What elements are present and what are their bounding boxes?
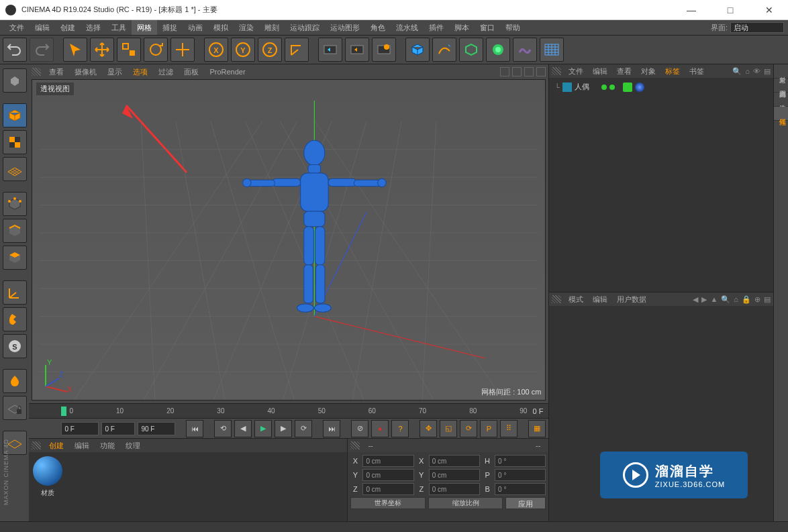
- obj-tab-edit[interactable]: 编辑: [588, 66, 612, 76]
- obj-tab-view[interactable]: 查看: [612, 66, 636, 76]
- menu-script[interactable]: 脚本: [449, 20, 475, 35]
- environment-button[interactable]: [513, 38, 537, 62]
- search-icon[interactable]: 🔍: [721, 295, 730, 304]
- mat-tab-texture[interactable]: 纹理: [120, 441, 146, 451]
- goto-end-button[interactable]: ⏭: [323, 420, 340, 437]
- points-mode-button[interactable]: [3, 192, 27, 216]
- render-picture-button[interactable]: [345, 38, 369, 62]
- menu-character[interactable]: 角色: [365, 20, 391, 35]
- attr-tab-userdata[interactable]: 用户数据: [612, 295, 651, 305]
- new-icon[interactable]: ⊕: [754, 295, 760, 304]
- vp-nav-icon-2[interactable]: [512, 67, 522, 76]
- key-position-button[interactable]: ✥: [420, 420, 437, 437]
- vp-menu-prorender[interactable]: ProRender: [204, 64, 250, 79]
- attr-tab-edit[interactable]: 编辑: [588, 295, 612, 305]
- coord-y-size[interactable]: 0 cm: [429, 469, 480, 481]
- rotate-button[interactable]: [144, 38, 168, 62]
- viewport-solo-button[interactable]: [3, 369, 27, 393]
- right-tab-attributes[interactable]: 属性: [774, 107, 788, 121]
- prev-frame-button[interactable]: ◀: [234, 420, 252, 437]
- object-item-figure[interactable]: └ 人偶: [552, 81, 771, 93]
- x-axis-button[interactable]: X: [204, 38, 228, 62]
- menu-tools[interactable]: 工具: [106, 20, 132, 35]
- play-button[interactable]: ▶: [254, 420, 272, 437]
- key-scale-button[interactable]: ◱: [440, 420, 457, 437]
- vp-menu-camera[interactable]: 摄像机: [69, 64, 102, 79]
- undo-button[interactable]: [3, 38, 27, 62]
- menu-help[interactable]: 帮助: [500, 20, 526, 35]
- lock-icon[interactable]: 🔒: [742, 295, 751, 304]
- recent-tool-button[interactable]: [170, 38, 195, 62]
- coord-x-size[interactable]: 0 cm: [429, 455, 480, 467]
- vp-nav-icon-3[interactable]: [524, 67, 534, 76]
- tweak-mode-button[interactable]: [3, 307, 27, 331]
- right-tab-content[interactable]: 内容浏览器: [774, 78, 788, 93]
- axis-mode-button[interactable]: [3, 280, 27, 305]
- obj-tab-objects[interactable]: 对象: [636, 66, 660, 76]
- menu-mesh[interactable]: 网格: [132, 20, 157, 35]
- generator-button[interactable]: [459, 38, 483, 62]
- menu-plugins[interactable]: 插件: [424, 20, 449, 35]
- minimize-button[interactable]: —: [678, 5, 705, 15]
- coord-p-rot[interactable]: 0 °: [495, 469, 546, 481]
- coord-x-pos[interactable]: 0 cm: [362, 455, 413, 467]
- vp-menu-filter[interactable]: 过滤: [153, 64, 179, 79]
- menu-render[interactable]: 渲染: [234, 20, 259, 35]
- animation-layout-button[interactable]: ▦: [528, 420, 546, 437]
- menu-icon[interactable]: ▤: [764, 67, 771, 76]
- z-axis-button[interactable]: Z: [258, 38, 282, 62]
- goto-start-button[interactable]: ⏮: [186, 420, 203, 437]
- home-icon[interactable]: ⌂: [745, 67, 750, 76]
- nav-back-icon[interactable]: ◀: [693, 295, 698, 304]
- menu-pipeline[interactable]: 流水线: [391, 20, 424, 35]
- obj-tab-file[interactable]: 文件: [564, 66, 588, 76]
- axis-gizmo[interactable]: Y X Z: [39, 360, 72, 393]
- snap-toggle-button[interactable]: S: [3, 334, 27, 358]
- coord-y-pos[interactable]: 0 cm: [362, 469, 413, 481]
- obj-tab-tags[interactable]: 标签: [660, 66, 685, 76]
- coord-tab-left[interactable]: --: [362, 441, 378, 449]
- menu-window[interactable]: 窗口: [475, 20, 500, 35]
- key-pla-button[interactable]: ⠿: [500, 420, 518, 437]
- cube-primitive-button[interactable]: [405, 38, 430, 62]
- mat-tab-edit[interactable]: 编辑: [69, 441, 95, 451]
- polygons-mode-button[interactable]: [3, 246, 27, 270]
- vp-menu-view[interactable]: 查看: [44, 64, 69, 79]
- coord-apply-button[interactable]: 应用: [505, 497, 546, 509]
- menu-mograph[interactable]: 运动图形: [325, 20, 365, 35]
- object-name[interactable]: 人偶: [575, 82, 589, 92]
- menu-simulate[interactable]: 模拟: [208, 20, 234, 35]
- vp-menu-display[interactable]: 显示: [102, 64, 128, 79]
- mat-tab-create[interactable]: 创建: [44, 441, 69, 451]
- texture-mode-button[interactable]: [3, 130, 27, 154]
- move-button[interactable]: [90, 38, 114, 62]
- vp-menu-options[interactable]: 选项: [128, 64, 153, 79]
- coord-scale-select[interactable]: 缩放比例: [428, 497, 503, 509]
- key-rotation-button[interactable]: ⟳: [460, 420, 477, 437]
- coord-h-rot[interactable]: 0 °: [495, 455, 546, 467]
- render-settings-button[interactable]: [372, 38, 396, 62]
- menu-icon[interactable]: ▤: [764, 295, 771, 304]
- camera-button[interactable]: [540, 38, 564, 62]
- menu-create[interactable]: 创建: [55, 20, 81, 35]
- vp-nav-icon-4[interactable]: [536, 67, 546, 76]
- obj-tab-bookmarks[interactable]: 书签: [685, 66, 709, 76]
- close-button[interactable]: ✕: [756, 5, 783, 15]
- autokey-button[interactable]: ●: [371, 420, 389, 437]
- start-frame-field[interactable]: 0 F: [61, 422, 99, 435]
- nav-fwd-icon[interactable]: ▶: [701, 295, 707, 304]
- coord-b-rot[interactable]: 0 °: [495, 483, 546, 495]
- panel-grip-icon[interactable]: [32, 441, 41, 449]
- right-tab-structure[interactable]: 构造: [774, 93, 788, 107]
- right-tab-objects[interactable]: 对象: [774, 64, 788, 78]
- material-thumbnail[interactable]: [33, 456, 62, 486]
- eye-icon[interactable]: 👁: [753, 67, 760, 76]
- visibility-editor-dot[interactable]: [601, 85, 607, 90]
- keyframe-options-button[interactable]: ?: [391, 420, 409, 437]
- perspective-viewport[interactable]: 透视视图: [32, 79, 546, 401]
- coord-z-pos[interactable]: 0 cm: [362, 483, 413, 495]
- live-select-button[interactable]: [63, 38, 87, 62]
- home-icon[interactable]: ⌂: [734, 295, 738, 304]
- model-mode-button[interactable]: [3, 103, 27, 127]
- vp-nav-icon-1[interactable]: [500, 67, 509, 76]
